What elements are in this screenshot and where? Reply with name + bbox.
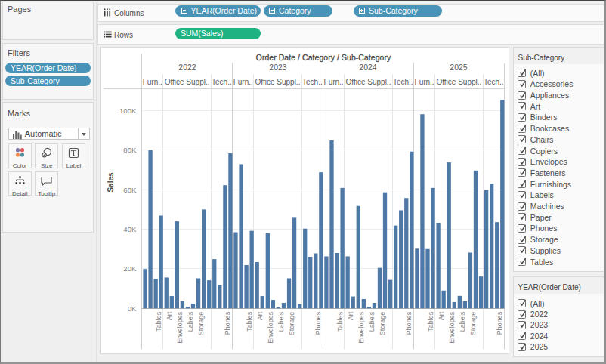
svg-text:Storage: Storage bbox=[288, 312, 295, 336]
svg-text:Art: Art bbox=[255, 311, 263, 320]
svg-text:Art: Art bbox=[437, 311, 444, 320]
svg-text:Tech..: Tech.. bbox=[212, 78, 232, 86]
svg-text:Phones: Phones bbox=[405, 311, 413, 335]
svg-text:2025: 2025 bbox=[450, 63, 468, 72]
svg-text:Labels: Labels bbox=[187, 311, 194, 332]
svg-text:0K: 0K bbox=[127, 304, 136, 313]
svg-text:Envelopes: Envelopes bbox=[267, 311, 274, 344]
svg-text:Furn..: Furn.. bbox=[142, 78, 162, 86]
svg-text:Storage: Storage bbox=[197, 312, 205, 336]
svg-text:Art: Art bbox=[346, 311, 354, 320]
svg-text:Phones: Phones bbox=[314, 311, 322, 335]
svg-text:Envelopes: Envelopes bbox=[176, 311, 184, 344]
svg-text:2022: 2022 bbox=[178, 63, 196, 72]
svg-text:Tables: Tables bbox=[426, 311, 434, 332]
svg-text:Order Date / Category / Sub-Ca: Order Date / Category / Sub-Category bbox=[255, 54, 391, 62]
svg-text:100K: 100K bbox=[119, 106, 136, 115]
svg-text:2023: 2023 bbox=[269, 63, 287, 72]
svg-text:Office Suppl..: Office Suppl.. bbox=[345, 78, 391, 86]
svg-text:Office Suppl..: Office Suppl.. bbox=[255, 78, 300, 86]
svg-text:Art: Art bbox=[165, 311, 172, 320]
svg-text:Labels: Labels bbox=[368, 311, 376, 332]
svg-text:Tech..: Tech.. bbox=[302, 78, 323, 86]
svg-text:2024: 2024 bbox=[359, 63, 377, 72]
svg-text:Tech..: Tech.. bbox=[392, 78, 413, 86]
svg-text:Office Suppl..: Office Suppl.. bbox=[164, 78, 209, 86]
svg-text:Labels: Labels bbox=[277, 311, 285, 332]
svg-text:Tech..: Tech.. bbox=[483, 78, 503, 86]
svg-text:Tables: Tables bbox=[245, 311, 252, 332]
svg-text:60K: 60K bbox=[123, 186, 137, 194]
svg-text:Tables: Tables bbox=[154, 311, 162, 332]
svg-text:Furn..: Furn.. bbox=[323, 78, 343, 86]
svg-text:Sales: Sales bbox=[107, 172, 115, 193]
svg-text:Office Suppl..: Office Suppl.. bbox=[436, 78, 481, 86]
svg-text:Phones: Phones bbox=[496, 311, 503, 335]
svg-text:Phones: Phones bbox=[224, 311, 231, 335]
svg-text:20K: 20K bbox=[123, 264, 137, 273]
svg-text:Tables: Tables bbox=[335, 311, 343, 332]
svg-text:Storage: Storage bbox=[469, 312, 477, 336]
svg-text:Furn..: Furn.. bbox=[233, 78, 252, 86]
svg-text:80K: 80K bbox=[123, 146, 137, 154]
svg-text:Labels: Labels bbox=[459, 311, 466, 332]
svg-text:Storage: Storage bbox=[379, 312, 386, 336]
svg-text:Envelopes: Envelopes bbox=[357, 311, 364, 344]
svg-text:Envelopes: Envelopes bbox=[447, 311, 455, 344]
svg-text:Furn..: Furn.. bbox=[414, 78, 434, 86]
svg-text:40K: 40K bbox=[123, 225, 137, 233]
